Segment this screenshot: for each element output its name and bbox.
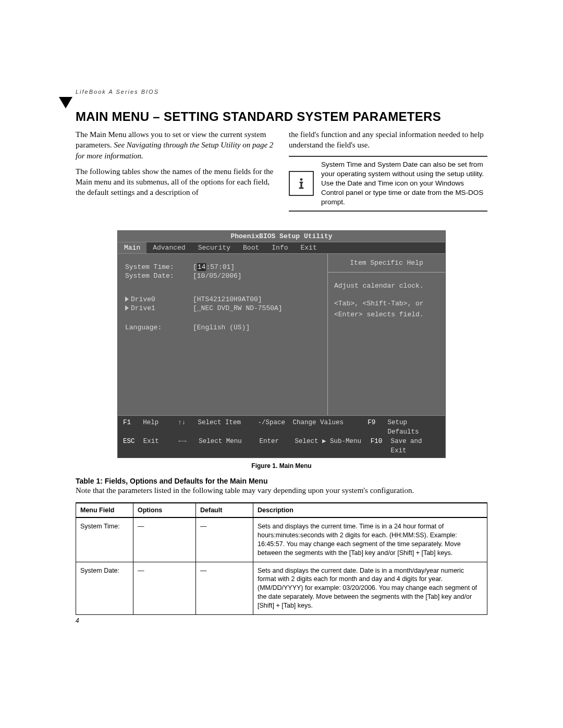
cell-options: — bbox=[133, 517, 196, 562]
bios-footer: F1 Help ↑↓ Select Item -/Space Change Va… bbox=[118, 415, 445, 458]
divider bbox=[289, 211, 487, 212]
bios-tab-advanced: Advanced bbox=[146, 242, 191, 253]
intro-paragraph-3: the field's function and any special inf… bbox=[289, 129, 487, 151]
svg-rect-3 bbox=[299, 188, 304, 189]
triangle-right-icon bbox=[125, 305, 129, 311]
table-note: Note that the parameters listed in the f… bbox=[76, 486, 487, 495]
cell-field: System Time: bbox=[76, 517, 133, 562]
bios-screenshot: PhoenixBIOS Setup Utility Main Advanced … bbox=[117, 230, 446, 459]
bios-lang-label: Language: bbox=[125, 324, 193, 331]
info-callout: System Time and System Date can also be … bbox=[289, 160, 487, 207]
intro-paragraph-2: The following tables show the names of t… bbox=[76, 166, 274, 198]
bios-drive1-value: [_NEC DVD_RW ND-7550A] bbox=[193, 304, 283, 312]
bios-row-drive0: Drive0 [HTS421210H9AT00] bbox=[125, 295, 320, 303]
bios-drive0-value: [HTS421210H9AT00] bbox=[193, 295, 262, 303]
bios-row-drive1: Drive1 [_NEC DVD_RW ND-7550A] bbox=[125, 304, 320, 312]
figure-caption: Figure 1. Main Menu bbox=[76, 462, 487, 470]
left-column: The Main Menu allows you to set or view … bbox=[76, 129, 274, 215]
intro-paragraph-1: The Main Menu allows you to set or view … bbox=[76, 129, 274, 161]
bios-tab-main: Main bbox=[118, 242, 146, 253]
bios-tab-boot: Boot bbox=[237, 242, 265, 253]
triangle-right-icon bbox=[125, 297, 129, 302]
page-title: MAIN MENU – SETTING STANDARD SYSTEM PARA… bbox=[76, 109, 487, 124]
bios-date-value: [10/05/2006] bbox=[193, 272, 242, 280]
bios-tab-security: Security bbox=[192, 242, 237, 253]
table-header-row: Menu Field Options Default Description bbox=[76, 503, 487, 517]
table-row: System Date: — — Sets and displays the c… bbox=[76, 562, 487, 614]
cell-options: — bbox=[133, 562, 196, 614]
cell-default: — bbox=[196, 562, 253, 614]
bios-row-time: System Time: [14:57:01] bbox=[125, 263, 320, 271]
bios-left-panel: System Time: [14:57:01] System Date: [10… bbox=[118, 254, 328, 415]
bios-tab-info: Info bbox=[265, 242, 294, 253]
cell-desc: Sets and displays the current time. Time… bbox=[253, 517, 487, 562]
cell-desc: Sets and displays the current date. Date… bbox=[253, 562, 487, 614]
bios-lang-value: [English (US)] bbox=[193, 324, 250, 331]
bios-drive1-label: Drive1 bbox=[125, 304, 193, 312]
fields-table: Menu Field Options Default Description S… bbox=[76, 502, 487, 615]
divider bbox=[289, 156, 487, 157]
info-text: System Time and System Date can also be … bbox=[321, 160, 487, 207]
cell-field: System Date: bbox=[76, 562, 133, 614]
bios-help-panel: Item Specific Help Adjust calendar clock… bbox=[328, 254, 445, 415]
page-number: 4 bbox=[76, 617, 487, 624]
page-content: LifeBook A Series BIOS MAIN MENU – SETTI… bbox=[76, 89, 487, 624]
bios-title: PhoenixBIOS Setup Utility bbox=[118, 231, 445, 242]
bios-menubar: Main Advanced Security Boot Info Exit bbox=[118, 242, 445, 254]
bios-body: System Time: [14:57:01] System Date: [10… bbox=[118, 254, 445, 415]
bios-footer-row-1: F1 Help ↑↓ Select Item -/Space Change Va… bbox=[123, 418, 440, 437]
bios-tab-exit: Exit bbox=[295, 242, 323, 253]
bios-date-label: System Date: bbox=[125, 272, 193, 280]
th-options: Options bbox=[133, 503, 196, 517]
svg-rect-2 bbox=[300, 182, 302, 188]
svg-point-0 bbox=[300, 178, 303, 181]
bios-row-date: System Date: [10/05/2006] bbox=[125, 272, 320, 280]
th-description: Description bbox=[253, 503, 487, 517]
table-title: Table 1: Fields, Options and Defaults fo… bbox=[76, 477, 487, 485]
two-column-intro: The Main Menu allows you to set or view … bbox=[76, 129, 487, 215]
info-icon bbox=[289, 171, 314, 196]
bios-footer-row-2: ESC Exit ←→ Select Menu Enter Select ▶ S… bbox=[123, 437, 440, 455]
bios-time-label: System Time: bbox=[125, 263, 193, 271]
th-default: Default bbox=[196, 503, 253, 517]
right-column: the field's function and any special inf… bbox=[289, 129, 487, 215]
running-header: LifeBook A Series BIOS bbox=[76, 89, 487, 95]
bios-help-title: Item Specific Help bbox=[328, 254, 445, 273]
bios-drive0-label: Drive0 bbox=[125, 295, 193, 303]
th-menu-field: Menu Field bbox=[76, 503, 133, 517]
bios-help-body: Adjust calendar clock. <Tab>, <Shift-Tab… bbox=[328, 273, 445, 329]
bios-cursor: 14 bbox=[197, 263, 206, 271]
bios-row-language: Language: [English (US)] bbox=[125, 324, 320, 331]
table-row: System Time: — — Sets and displays the c… bbox=[76, 517, 487, 562]
bios-time-value: [14:57:01] bbox=[193, 263, 235, 271]
page-marker-icon bbox=[59, 97, 72, 108]
cell-default: — bbox=[196, 517, 253, 562]
